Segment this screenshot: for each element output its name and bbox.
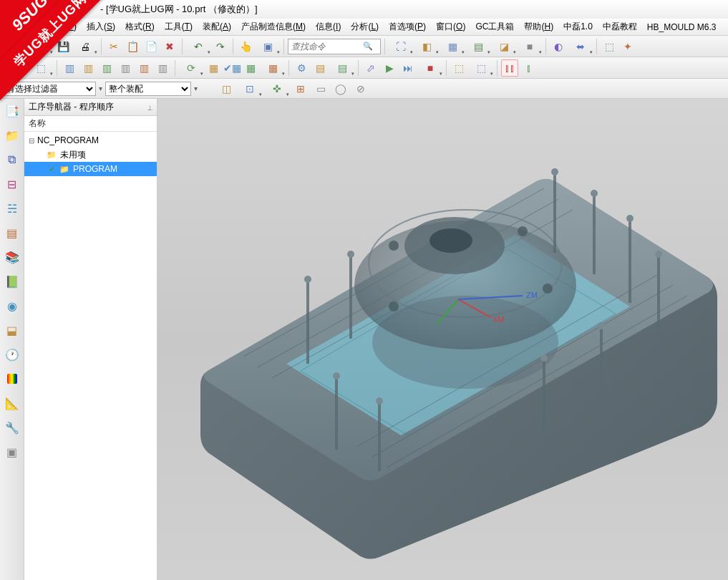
sketch-icon[interactable]: 📐: [3, 394, 21, 412]
menu-item[interactable]: HB_MOULD M6.3: [642, 22, 722, 32]
m1-button[interactable]: ⫿⫿: [501, 59, 518, 77]
touch-mode-button[interactable]: 👆: [237, 38, 254, 55]
menu-item[interactable]: 视图(V): [43, 21, 82, 33]
verify-toolpath-button[interactable]: ▦: [205, 59, 222, 77]
command-search-input[interactable]: [291, 42, 363, 52]
command-search[interactable]: 🔍: [288, 39, 381, 54]
sel-btn-1[interactable]: ◫: [218, 80, 235, 97]
color-button[interactable]: ■▾: [518, 38, 542, 55]
create-tool-button[interactable]: ▥: [79, 59, 97, 77]
move-button[interactable]: ⬌▾: [568, 38, 593, 55]
menu-item[interactable]: 装配(A): [198, 21, 236, 33]
m2-button[interactable]: ⫿: [520, 59, 537, 77]
sel-btn-7[interactable]: ⊘: [352, 80, 369, 97]
assembly-navigator-icon[interactable]: ⧉: [3, 150, 21, 169]
menu-item[interactable]: 信息(I): [311, 21, 346, 33]
delete-button[interactable]: ✖: [161, 38, 178, 55]
extra-icon[interactable]: ▣: [3, 443, 21, 461]
create-method-button[interactable]: ▥: [117, 59, 134, 77]
generate-toolpath-button[interactable]: ⟳▾: [179, 59, 203, 77]
menu-item[interactable]: 插入(S): [82, 21, 120, 33]
filter-dd-icon[interactable]: ▾: [99, 84, 102, 92]
sel-btn-2[interactable]: ⊡▾: [238, 80, 262, 97]
menu-item[interactable]: 工具(T): [160, 21, 198, 33]
scope-dd-icon[interactable]: ▾: [194, 84, 198, 92]
browser-icon[interactable]: 🕐: [3, 345, 21, 364]
svg-point-20: [347, 251, 354, 258]
menu-item[interactable]: 窗口(O): [431, 21, 470, 33]
explode-button[interactable]: ✦: [619, 38, 636, 55]
layer-navigator-icon[interactable]: ▤: [3, 223, 21, 242]
history-icon[interactable]: ⬓: [3, 321, 21, 339]
redo-button[interactable]: ↷: [212, 38, 229, 55]
tree-item-program[interactable]: ✔ 📁 PROGRAM: [24, 162, 157, 176]
shop-doc-button[interactable]: ▤▾: [330, 59, 354, 77]
sel-btn-4[interactable]: ⊞: [292, 80, 309, 97]
path-display-button[interactable]: ⬀: [362, 59, 379, 77]
op-aux-button[interactable]: ▥: [154, 59, 171, 77]
render-button[interactable]: ◐: [550, 38, 567, 55]
hd3d-icon[interactable]: ◉: [3, 296, 21, 315]
menu-item[interactable]: 中磊1.0: [558, 21, 598, 33]
save-button[interactable]: 💾: [54, 38, 72, 55]
asm-button[interactable]: ⬚: [601, 38, 618, 55]
wcs-button[interactable]: ◪▾: [492, 38, 516, 55]
fit-view-button[interactable]: ⛶▾: [389, 38, 413, 55]
copy-button[interactable]: 📋: [124, 38, 141, 55]
sel-btn-5[interactable]: ▭: [312, 80, 329, 97]
nc-button[interactable]: ▤: [311, 59, 329, 77]
pin-icon[interactable]: ⟂: [147, 103, 152, 112]
render-style-button[interactable]: ▦▾: [440, 38, 465, 55]
opt1-button[interactable]: ⬚: [450, 59, 467, 77]
machine-button[interactable]: ⚙: [293, 59, 310, 77]
program-order-button[interactable]: 🗂▾: [3, 59, 27, 77]
menu-item[interactable]: 中磊教程: [598, 21, 642, 33]
new-button[interactable]: 📄▾: [3, 38, 27, 55]
svg-point-8: [389, 301, 399, 311]
cut-button[interactable]: ✂: [105, 38, 122, 55]
navigator-column-header[interactable]: 名称: [24, 116, 157, 132]
expand-icon[interactable]: ⊟: [27, 137, 36, 145]
play-button[interactable]: ▶: [381, 59, 398, 77]
postprocess-button[interactable]: ▦▾: [261, 59, 285, 77]
opt2-button[interactable]: ⬚▾: [469, 59, 493, 77]
tree-item-unused[interactable]: 📁 未用项: [24, 148, 157, 162]
print-button[interactable]: 🖨▾: [73, 38, 97, 55]
list-toolpath-button[interactable]: ✔▦: [223, 59, 241, 77]
palette-icon[interactable]: [3, 369, 21, 388]
sel-btn-3[interactable]: ✜▾: [265, 80, 289, 97]
render-icon[interactable]: 🔧: [3, 418, 21, 437]
undo-button[interactable]: ↶▾: [186, 38, 210, 55]
feature-navigator-icon[interactable]: ☵: [3, 199, 21, 218]
separator: [283, 39, 284, 54]
step-button[interactable]: ⏭: [399, 59, 417, 77]
orient-view-button[interactable]: ◧▾: [414, 38, 439, 55]
tree-root[interactable]: ⊟ NC_PROGRAM: [24, 133, 157, 148]
reuse-library-icon[interactable]: 📚: [3, 248, 21, 266]
part-navigator-icon[interactable]: 📁: [3, 126, 21, 145]
3d-viewport[interactable]: XM ZM: [157, 99, 728, 580]
menu-item[interactable]: GC工具箱: [470, 21, 519, 33]
roles-icon[interactable]: 📗: [3, 272, 21, 291]
create-geometry-button[interactable]: ▥: [98, 59, 115, 77]
menu-item[interactable]: 格式(R): [120, 21, 160, 33]
simulate-button[interactable]: ▦: [242, 59, 259, 77]
layer-button[interactable]: ▤▾: [466, 38, 490, 55]
menu-item[interactable]: 帮助(H): [519, 21, 558, 33]
selection-filter-select[interactable]: 有选择过滤器: [3, 82, 96, 96]
constraint-navigator-icon[interactable]: ⊟: [3, 175, 21, 193]
separator: [288, 60, 289, 76]
sel-btn-6[interactable]: ◯: [332, 80, 349, 97]
open-button[interactable]: 📂▾: [29, 38, 53, 55]
menu-item[interactable]: 产品制造信息(M): [236, 21, 311, 33]
operation-navigator-icon[interactable]: 📑: [3, 102, 21, 120]
stop-button[interactable]: ■▾: [418, 59, 442, 77]
menu-item[interactable]: 分析(L): [346, 21, 384, 33]
command-finder-button[interactable]: ▣▾: [256, 38, 280, 55]
paste-button[interactable]: 📄: [142, 38, 160, 55]
create-program-button[interactable]: ▥: [61, 59, 78, 77]
geometry-view-button[interactable]: ⬚▾: [29, 59, 53, 77]
assembly-scope-select[interactable]: 整个装配: [105, 82, 191, 96]
create-operation-button[interactable]: ▥: [135, 59, 152, 77]
menu-item[interactable]: 首选项(P): [384, 21, 431, 33]
